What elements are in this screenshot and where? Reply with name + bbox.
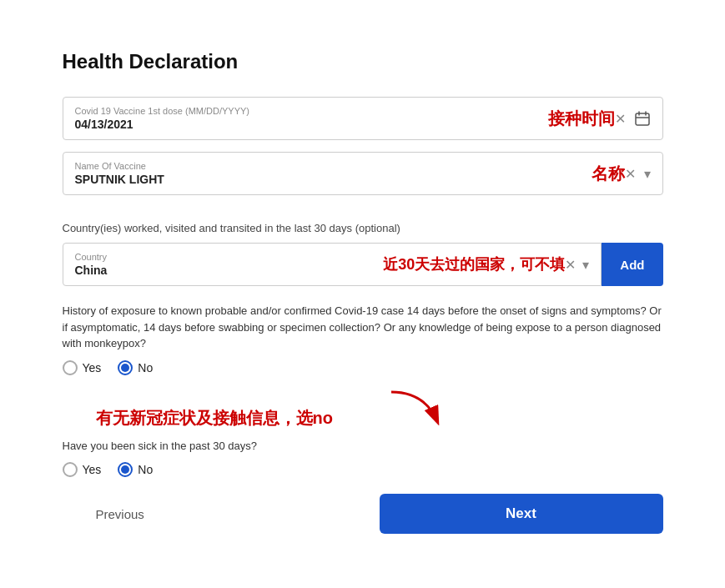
question1-no-option[interactable]: No <box>118 360 153 375</box>
question1-yes-label: Yes <box>83 361 102 374</box>
question2-no-option[interactable]: No <box>118 462 153 477</box>
question2-yes-radio[interactable] <box>63 462 78 477</box>
vaccine-date-value: 04/13/2021 <box>75 118 535 131</box>
question1-yes-radio[interactable] <box>63 360 78 375</box>
question2-radio-group: Yes No <box>63 462 663 477</box>
question2-no-label: No <box>138 463 153 476</box>
question1-no-label: No <box>138 361 153 374</box>
vaccine-name-label: Name Of Vaccine <box>75 161 578 171</box>
vaccine-date-clear-button[interactable]: ✕ <box>615 111 626 127</box>
question1-container: History of exposure to known probable an… <box>63 303 663 375</box>
vaccine-name-field: Name Of Vaccine SPUTNIK LIGHT 名称 ✕ ▾ <box>63 152 663 195</box>
page-title: Health Declaration <box>63 50 663 73</box>
add-country-button[interactable]: Add <box>602 243 662 286</box>
question2-no-radio[interactable] <box>118 462 133 477</box>
country-section-label: Country(ies) worked, visited and transit… <box>63 222 663 234</box>
country-label: Country <box>75 252 374 262</box>
question2-yes-option[interactable]: Yes <box>63 462 102 477</box>
vaccine-date-field: Covid 19 Vaccine 1st dose (MM/DD/YYYY) 0… <box>63 97 663 140</box>
country-dropdown-button[interactable]: ▾ <box>582 257 589 273</box>
country-annotation: 近30天去过的国家，可不填 <box>383 254 565 274</box>
country-row: Country China 近30天去过的国家，可不填 ✕ ▾ Add <box>63 243 663 286</box>
footer: Previous Next <box>63 494 663 534</box>
vaccine-date-label: Covid 19 Vaccine 1st dose (MM/DD/YYYY) <box>75 106 535 116</box>
question1-text: History of exposure to known probable an… <box>63 303 663 352</box>
question2-container: Have you been sick in the past 30 days? … <box>63 438 663 478</box>
country-value: China <box>75 264 374 277</box>
question2-yes-label: Yes <box>83 463 102 476</box>
next-button[interactable]: Next <box>380 494 663 534</box>
question2-text: Have you been sick in the past 30 days? <box>63 438 663 455</box>
svg-rect-0 <box>636 113 649 125</box>
previous-button[interactable]: Previous <box>63 495 178 533</box>
question1-annotation-block: 有无新冠症状及接触信息，选no <box>63 392 663 430</box>
question1-no-radio[interactable] <box>118 360 133 375</box>
question1-annotation-text: 有无新冠症状及接触信息，选no <box>96 407 333 430</box>
country-clear-button[interactable]: ✕ <box>565 257 576 273</box>
vaccine-date-calendar-button[interactable] <box>634 110 651 127</box>
vaccine-name-annotation: 名称 <box>592 163 625 185</box>
vaccine-date-annotation: 接种时间 <box>548 108 615 130</box>
question1-yes-option[interactable]: Yes <box>63 360 102 375</box>
vaccine-name-value: SPUTNIK LIGHT <box>75 173 578 186</box>
country-field: Country China 近30天去过的国家，可不填 ✕ ▾ <box>63 243 602 286</box>
question1-radio-group: Yes No <box>63 360 663 375</box>
vaccine-name-dropdown-button[interactable]: ▾ <box>644 166 651 182</box>
annotation-arrow <box>383 388 450 430</box>
vaccine-name-clear-button[interactable]: ✕ <box>625 166 636 182</box>
